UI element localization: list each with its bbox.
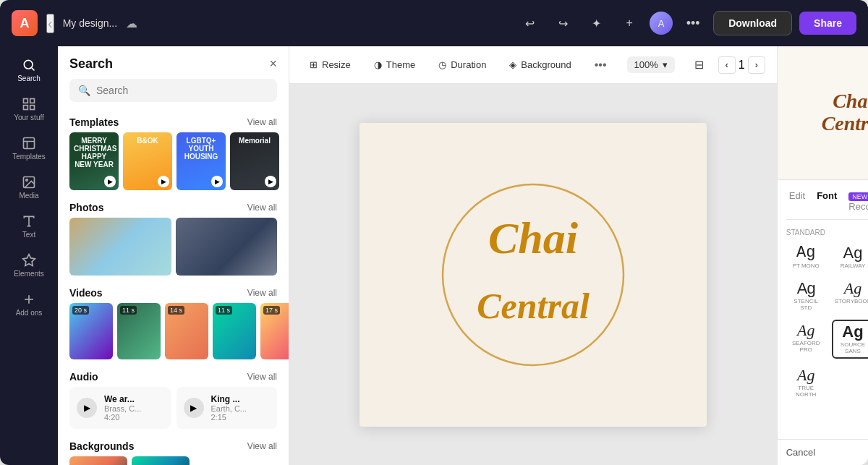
svg-rect-6: [24, 138, 35, 149]
video-duration-5: 17 s: [263, 306, 280, 315]
toolbar-more-button[interactable]: •••: [586, 54, 616, 76]
photos-view-all[interactable]: View all: [247, 202, 277, 213]
duration-button[interactable]: ◷ Duration: [430, 55, 495, 74]
sidebar-item-add-ons[interactable]: Add ons: [4, 286, 54, 323]
template-thumb-2[interactable]: B&OK ▶: [123, 132, 172, 190]
add-user-button[interactable]: +: [616, 10, 642, 36]
template-thumb-3[interactable]: LGBTQ+ YOUTH HOUSING ▶: [176, 132, 226, 190]
background-label: Background: [521, 59, 571, 70]
videos-section: Videos View all 20 s 11 s 14 s: [58, 281, 289, 359]
svg-line-1: [32, 68, 35, 71]
sidebar-item-media[interactable]: Media: [4, 169, 54, 205]
undo-button[interactable]: ↩: [516, 10, 542, 36]
audio-section: Audio View all ▶ We ar... Brass, C... 4:…: [58, 365, 289, 429]
template-thumb-4[interactable]: Memorial ▶: [230, 132, 279, 190]
sidebar-item-search[interactable]: Search: [4, 52, 54, 88]
video-duration-2: 11 s: [120, 306, 137, 315]
theme-button[interactable]: ◑ Theme: [365, 55, 424, 74]
photo-thumb-2[interactable]: [176, 218, 278, 276]
search-close-button[interactable]: ×: [269, 56, 277, 72]
font-item-source-sans[interactable]: Ag SOURCE SANS: [832, 320, 868, 359]
sidebar-label-media: Media: [19, 192, 38, 200]
audio-view-all[interactable]: View all: [247, 372, 277, 382]
sidebar-label-your-stuff: Your stuff: [14, 114, 44, 121]
bg-thumbs: [69, 456, 277, 465]
video-thumb-1[interactable]: 20 s: [69, 303, 113, 359]
redo-button[interactable]: ↪: [550, 10, 576, 36]
sidebar-item-elements[interactable]: Elements: [4, 247, 54, 283]
canvas-area: ⊞ Resize ◑ Theme ◷ Duration ◈ Background…: [289, 46, 777, 465]
font-name-railway: RAILWAY: [841, 263, 866, 269]
prev-page-button[interactable]: ‹: [718, 56, 736, 74]
backgrounds-view-all[interactable]: View all: [247, 441, 277, 451]
resize-button[interactable]: ⊞ Resize: [301, 55, 359, 74]
tab-recommendations-label: Recommendations: [848, 201, 868, 212]
svg-point-0: [24, 60, 33, 69]
font-item-seaford[interactable]: Ag SEAFORD PRO: [786, 320, 826, 359]
video-duration-4: 11 s: [216, 306, 232, 315]
font-grid: Ag PT MONO Ag RAILWAY Ag GRINSTEAD Ag ST…: [786, 242, 868, 401]
videos-section-title: Videos: [69, 287, 103, 299]
background-button[interactable]: ◈ Background: [501, 55, 579, 74]
font-item-pt-mono[interactable]: Ag PT MONO: [786, 242, 826, 272]
video-thumb-3[interactable]: 14 s: [165, 303, 208, 359]
sidebar-item-templates[interactable]: Templates: [4, 130, 54, 166]
page-nav: ‹ 1 ›: [718, 56, 765, 74]
search-input[interactable]: [96, 85, 268, 96]
theme-label: Theme: [386, 59, 415, 70]
cancel-button[interactable]: Cancel: [786, 447, 815, 458]
bg-thumb-2[interactable]: [132, 456, 190, 465]
sidebar-item-text[interactable]: Text: [4, 208, 54, 244]
fit-screen-button[interactable]: ⊟: [686, 52, 712, 78]
backgrounds-grid: [58, 456, 289, 465]
audio-info-1: We ar... Brass, C... 4:20: [104, 394, 141, 422]
audio-meta-2: Earth, C...: [211, 404, 247, 413]
avatar[interactable]: A: [650, 12, 673, 35]
template-text-1: MERRY CHRISTMAS HAPPY NEW YEAR: [69, 132, 119, 173]
magic-button[interactable]: ✦: [583, 10, 609, 36]
tab-recommendations[interactable]: NEW Recommendations: [846, 189, 868, 213]
bg-thumb-1[interactable]: [69, 456, 127, 465]
videos-row: 20 s 11 s 14 s 11 s 17 s: [58, 303, 289, 359]
templates-section-header: Templates View all: [58, 111, 289, 132]
font-name-source-sans: SOURCE SANS: [836, 341, 868, 354]
templates-view-all[interactable]: View all: [247, 117, 277, 127]
videos-view-all[interactable]: View all: [247, 288, 277, 298]
download-button[interactable]: Download: [713, 11, 792, 35]
next-page-button[interactable]: ›: [748, 56, 765, 74]
video-thumb-5[interactable]: 17 s: [260, 303, 289, 359]
font-item-true-north[interactable]: Ag TRUE NORTH: [786, 364, 826, 401]
audio-play-2[interactable]: ▶: [184, 398, 204, 418]
page-number: 1: [739, 59, 745, 72]
photos-grid: [58, 218, 289, 276]
new-badge: NEW: [848, 192, 868, 201]
sidebar-item-your-stuff[interactable]: Your stuff: [4, 91, 54, 127]
font-name-stencil: STENCIL STD: [789, 298, 823, 311]
font-item-storybook[interactable]: Ag STORYBOOK: [832, 278, 868, 314]
font-sample-railway: Ag: [843, 245, 863, 261]
audio-list: ▶ We ar... Brass, C... 4:20 ▶ King ...: [58, 387, 289, 429]
video-thumb-4[interactable]: 11 s: [213, 303, 256, 359]
tab-font[interactable]: Font: [814, 189, 840, 213]
topbar-actions: ↩ ↪ ✦ + A ••• Download Share: [516, 10, 856, 36]
project-name[interactable]: My design...: [63, 17, 117, 29]
audio-play-1[interactable]: ▶: [77, 398, 97, 418]
video-duration-1: 20 s: [72, 306, 89, 315]
more-button[interactable]: •••: [680, 10, 706, 36]
photo-thumb-1[interactable]: [69, 218, 171, 276]
video-thumb-2[interactable]: 11 s: [117, 303, 161, 359]
tab-edit[interactable]: Edit: [786, 189, 808, 213]
font-item-stencil[interactable]: Ag STENCIL STD: [786, 278, 826, 314]
back-button[interactable]: ‹: [46, 14, 54, 33]
font-sample-storybook: Ag: [844, 281, 861, 297]
template-thumb-1[interactable]: MERRY CHRISTMAS HAPPY NEW YEAR ▶: [69, 132, 119, 190]
canvas-page[interactable]: Chai Central: [359, 123, 707, 427]
font-item-railway[interactable]: Ag RAILWAY: [832, 242, 868, 272]
share-button[interactable]: Share: [799, 12, 856, 35]
photos-section-header: Photos View all: [58, 196, 289, 218]
template-badge-3: ▶: [211, 176, 223, 187]
canvas-content[interactable]: Chai Central: [289, 84, 777, 465]
sidebar: Search Your stuff Templates Media Text E…: [0, 46, 58, 465]
sidebar-label-add-ons: Add ons: [16, 309, 43, 317]
font-section-label: STANDARD: [786, 229, 868, 236]
